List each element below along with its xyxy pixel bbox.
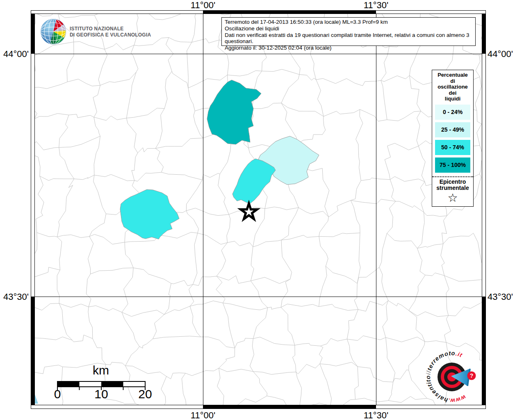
ingv-name: ISTITUTO NAZIONALE DI GEOFISICA E VULCAN…	[70, 26, 151, 38]
scale-unit-label: km	[78, 363, 123, 377]
legend-class-label: 75 - 100%	[440, 162, 466, 168]
legend-class-0-24: 0 - 24%	[435, 105, 470, 120]
lon-label-bottom-1100: 11°00'	[180, 410, 226, 420]
scale-tick-20: 20	[123, 387, 168, 401]
scale-tick-10: 10	[79, 387, 124, 401]
legend-title-line: dei	[432, 90, 473, 96]
event-info-box: Terremoto del 17-04-2013 16:50:33 (ora l…	[221, 17, 476, 46]
legend-class-label: 50 - 74%	[441, 144, 464, 151]
star-icon: ☆	[432, 192, 473, 204]
legend-title-line: di	[432, 78, 473, 84]
frame-black-segments	[31, 10, 486, 409]
ingv-name-line1: ISTITUTO NAZIONALE	[70, 26, 151, 32]
lat-label-right-4400: 44°00'	[488, 49, 515, 59]
legend-title-line: oscillazione	[432, 84, 473, 90]
legend-divider	[432, 176, 473, 177]
legend-class-label: 0 - 24%	[443, 109, 463, 115]
earthquake-map-page: ? www.haisentitoilterremoto.it	[0, 0, 515, 420]
event-title: Terremoto del 17-04-2013 16:50:33 (ora l…	[225, 19, 472, 25]
legend-title: Percentuale di oscillazione dei liquidi	[432, 72, 473, 102]
lat-label-left-4330: 43°30'	[0, 292, 29, 302]
legend-class-50-74: 50 - 74%	[435, 140, 470, 155]
legend-title-line: Percentuale	[432, 72, 473, 78]
legend-epicenter-line: strumentale	[432, 185, 473, 191]
legend-epicenter-line: Epicentro	[432, 179, 473, 185]
legend-class-label: 25 - 49%	[441, 126, 464, 133]
legend-class-25-49: 25 - 49%	[435, 122, 470, 137]
map-frame	[0, 0, 515, 420]
lat-label-right-4330: 43°30'	[488, 292, 515, 302]
lon-label-top-1130: 11°30'	[353, 0, 399, 11]
event-updated: Aggiornato il: 30-12-2025 02:04 (ora loc…	[225, 45, 472, 51]
event-disclaimer: Dati non verificati estratti da 19 quest…	[225, 32, 472, 45]
legend: Percentuale di oscillazione dei liquidi …	[432, 70, 474, 207]
scale-tick-0: 0	[35, 387, 80, 401]
ingv-name-line2: DI GEOFISICA E VULCANOLOGIA	[70, 32, 151, 38]
legend-epicenter-label: Epicentro strumentale	[432, 179, 473, 191]
legend-class-75-100: 75 - 100%	[435, 158, 470, 173]
lon-label-top-1100: 11°00'	[180, 0, 226, 11]
lat-label-left-4400: 44°00'	[0, 49, 29, 59]
event-effect: Oscillazione dei liquidi	[225, 25, 472, 32]
lon-label-bottom-1130: 11°30'	[353, 410, 399, 420]
legend-title-line: liquidi	[432, 96, 473, 102]
